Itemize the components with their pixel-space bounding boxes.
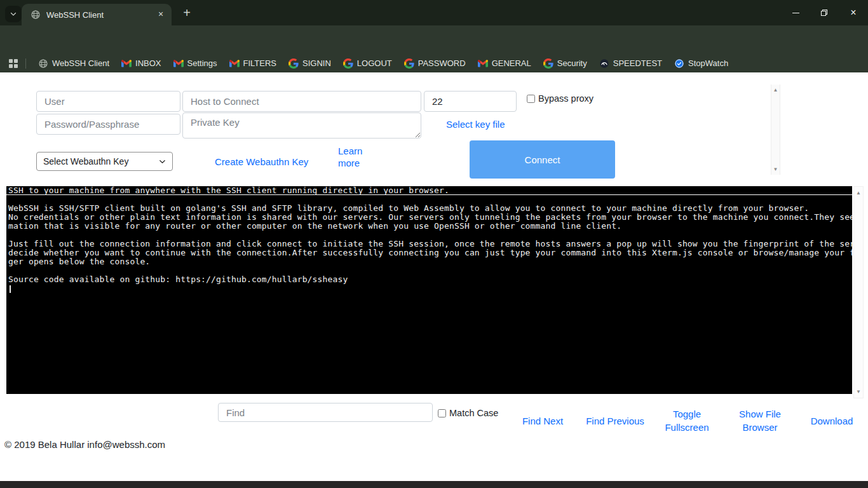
tab-search-button[interactable]: [5, 6, 22, 22]
scroll-up-icon[interactable]: ▲: [854, 190, 863, 196]
find-next-link[interactable]: Find Next: [517, 414, 568, 428]
match-case-label: Match Case: [449, 408, 498, 418]
bookmark-label: SPEEDTEST: [613, 58, 662, 68]
terminal-line: [8, 195, 852, 204]
bookmark-inbox[interactable]: INBOX: [121, 58, 161, 69]
scroll-up-icon[interactable]: ▲: [771, 87, 780, 93]
bookmark-label: WebSSH Client: [52, 58, 109, 68]
host-input[interactable]: [182, 91, 421, 112]
terminal-line: SSH to your machine from anywhere with t…: [6, 186, 852, 195]
browser-window: WebSSH Client × + × ssheasy.com: [0, 0, 868, 488]
terminal-line: WebSSH is SSH/SFTP client built on golan…: [8, 204, 852, 213]
google-icon: [404, 58, 414, 69]
bookmark-label: INBOX: [135, 58, 161, 68]
select-key-file-link[interactable]: Select key file: [446, 119, 505, 130]
terminal-line: Just fill out the connection information…: [8, 240, 852, 248]
webauthn-select-value: Select Webauthn Key: [43, 156, 159, 166]
google-icon: [343, 58, 353, 69]
chevron-down-icon: [159, 158, 166, 165]
chevron-down-icon: [10, 10, 17, 18]
bookmark-signin[interactable]: SIGNIN: [288, 58, 331, 69]
new-tab-button[interactable]: +: [179, 5, 195, 22]
bookmark-stopwatch[interactable]: StopWatch: [674, 58, 728, 69]
match-case-checkbox[interactable]: [438, 409, 446, 417]
bookmark-label: FILTERS: [243, 58, 277, 68]
browser-tab[interactable]: WebSSH Client ×: [22, 4, 172, 25]
scroll-down-icon[interactable]: ▼: [771, 166, 780, 172]
webauthn-select[interactable]: Select Webauthn Key: [36, 152, 173, 171]
globe-favicon-icon: [31, 10, 41, 20]
speedtest-icon: [599, 58, 609, 69]
find-input[interactable]: [218, 403, 433, 422]
page-content: Bypass proxy Select key file Select Weba…: [0, 72, 868, 481]
tab-title: WebSSH Client: [46, 10, 155, 20]
bookmark-security[interactable]: Security: [543, 58, 587, 69]
bookmark-webssh-client[interactable]: WebSSH Client: [38, 58, 109, 69]
bypass-proxy-label: Bypass proxy: [538, 93, 593, 104]
bookmark-label: LOGOUT: [357, 58, 392, 68]
browser-toolbar: ssheasy.com US S Verify it's you ⋮: [0, 25, 868, 54]
minimize-icon: [792, 13, 799, 13]
password-input[interactable]: [36, 114, 180, 135]
private-key-textarea[interactable]: [182, 112, 421, 139]
apps-grid-icon[interactable]: [9, 59, 18, 68]
show-file-browser-link[interactable]: Show File Browser: [738, 407, 782, 434]
gmail-icon: [478, 58, 488, 69]
gmail-icon: [229, 58, 240, 69]
bookmark-logout[interactable]: LOGOUT: [343, 58, 392, 69]
find-previous-link[interactable]: Find Previous: [583, 414, 647, 428]
gmail-icon: [173, 58, 184, 69]
user-input[interactable]: [36, 91, 180, 112]
form-scrollbar[interactable]: ▲ ▼: [771, 85, 780, 175]
terminal-line: [8, 266, 852, 275]
create-webauthn-link[interactable]: Create Webauthn Key: [215, 156, 308, 167]
google-icon: [288, 58, 299, 69]
port-input[interactable]: [424, 91, 517, 112]
bookmark-label: StopWatch: [688, 58, 728, 68]
bookmark-label: Settings: [187, 58, 217, 68]
stopwatch-icon: [674, 58, 684, 69]
restore-icon: [820, 9, 828, 17]
learn-more-link[interactable]: Learn more: [338, 145, 369, 169]
bookmarks-bar: WebSSH Client INBOX Settings FILTERS SIG…: [0, 54, 868, 72]
globe-icon: [38, 58, 48, 69]
bookmark-label: PASSWORD: [418, 58, 466, 68]
download-link[interactable]: Download: [806, 414, 857, 428]
terminal[interactable]: SSH to your machine from anywhere with t…: [6, 186, 852, 394]
window-minimize-button[interactable]: [781, 0, 810, 25]
window-restore-button[interactable]: [810, 0, 839, 25]
bottom-edge-strip: [0, 481, 868, 488]
bookmark-filters[interactable]: FILTERS: [229, 58, 277, 69]
bookmark-speedtest[interactable]: SPEEDTEST: [599, 58, 662, 69]
bookmark-label: Security: [557, 58, 587, 68]
terminal-line: mation that is visible for any router or…: [8, 222, 852, 231]
tab-bar: WebSSH Client × + ×: [0, 0, 868, 25]
scroll-down-icon[interactable]: ▼: [854, 389, 863, 395]
bookmark-general[interactable]: GENERAL: [478, 58, 531, 69]
terminal-line: ger opens below the console.: [8, 257, 852, 266]
terminal-cursor-line: [8, 284, 852, 293]
connect-button[interactable]: Connect: [470, 140, 615, 179]
google-icon: [543, 58, 553, 69]
terminal-line: No credentials or other plain text infor…: [8, 213, 852, 222]
bookmarks-divider: [25, 58, 26, 69]
bookmark-label: SIGNIN: [302, 58, 331, 68]
tab-close-icon[interactable]: ×: [155, 9, 166, 20]
terminal-line: [8, 231, 852, 240]
window-close-button[interactable]: ×: [839, 0, 868, 25]
footer-copyright: © 2019 Bela Hullar info@webssh.com: [4, 439, 165, 450]
bypass-proxy-checkbox[interactable]: [527, 95, 535, 103]
terminal-line: Source code available on github: https:/…: [8, 275, 852, 284]
terminal-scrollbar[interactable]: ▲ ▼: [853, 186, 864, 398]
bookmark-settings[interactable]: Settings: [173, 58, 217, 69]
terminal-line: decide whether you want to continue with…: [8, 248, 852, 257]
terminal-cursor: [10, 285, 11, 293]
toggle-fullscreen-link[interactable]: Toggle Fullscreen: [665, 407, 709, 434]
gmail-icon: [121, 58, 132, 69]
bookmark-label: GENERAL: [492, 58, 531, 68]
bookmark-password[interactable]: PASSWORD: [404, 58, 466, 69]
